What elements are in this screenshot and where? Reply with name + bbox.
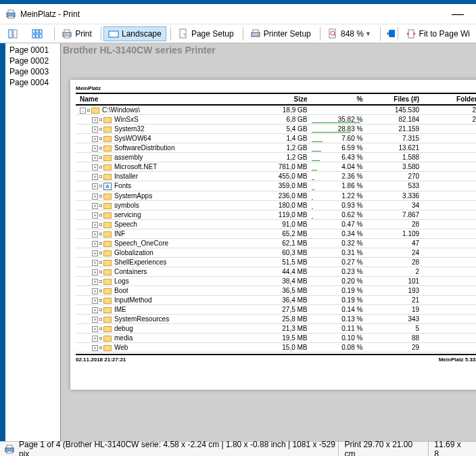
view-multi-button[interactable] — [27, 26, 50, 41]
zoom-dropdown[interactable]: 848 %▼ — [323, 26, 376, 41]
table-row: -C:\Windows\18,9 GB145.530283080 — [76, 105, 476, 115]
printer-icon — [4, 444, 15, 455]
svg-rect-1 — [8, 10, 14, 13]
page-paper: MeinPlatz NameSize%Files (#)Folders (#)N… — [70, 80, 476, 390]
page-list[interactable]: Page 0001 Page 0002 Page 0003 Page 0004 — [5, 43, 61, 442]
table-row: +Speech_OneCore62,1 MB0.32 %47714 — [76, 238, 476, 248]
table-row: +Boot36,5 MB0.19 %1938719 — [76, 286, 476, 295]
svg-rect-21 — [408, 30, 414, 38]
preview-area[interactable]: Brother HL-3140CW series Printer MeinPla… — [61, 43, 476, 442]
svg-rect-15 — [180, 29, 186, 38]
page-item[interactable]: Page 0004 — [5, 77, 60, 88]
svg-rect-6 — [36, 30, 39, 33]
page-item[interactable]: Page 0001 — [5, 45, 60, 55]
svg-rect-2 — [8, 16, 14, 18]
table-row: +Containers44,4 MB0.23 %2117 — [76, 267, 476, 276]
table-row: +Microsoft.NET781,0 MB4.04 %3.58014556 — [76, 162, 476, 172]
fit-page-button[interactable]: Fit to Page Wi — [401, 26, 475, 41]
svg-rect-7 — [39, 30, 42, 33]
svg-rect-5 — [32, 30, 35, 33]
table-row: +ShellExperiences51,5 MB0.27 %28016 — [76, 257, 476, 267]
printer-setup-button[interactable]: Printer Setup — [245, 26, 316, 41]
table-row: +INF65,2 MB0.34 %1.10910813 — [76, 229, 476, 238]
status-inch-size: 11.69 x 8 — [428, 440, 472, 457]
landscape-button[interactable]: Landscape — [103, 26, 166, 41]
status-bar: Page 1 of 4 (Brother HL-3140CW serie: 4.… — [0, 441, 476, 456]
column-header: Folders (#) — [423, 93, 476, 105]
table-row: +AFonts359,0 MB1.86 %53308 — [76, 181, 476, 191]
app-icon — [5, 9, 16, 20]
table-row: +SoftwareDistribution1,2 GB6.59 %13.6213… — [76, 143, 476, 153]
svg-rect-23 — [7, 445, 12, 448]
table-row: +System325,4 GB28.83 %21.15913672 — [76, 124, 476, 134]
table-row: +assembly1,2 GB6.43 %1.58821015 — [76, 153, 476, 162]
svg-rect-10 — [39, 35, 42, 38]
status-text: Page 1 of 4 (Brother HL-3140CW serie: 4.… — [19, 440, 338, 457]
svg-rect-13 — [64, 36, 70, 38]
page-footer: 02.11.2018 21:27:21 MeinPlatz 5.33 / htt… — [76, 354, 476, 363]
print-button[interactable]: Print — [57, 26, 97, 41]
table-row: +debug21,3 MB0.11 %5123 — [76, 323, 476, 333]
table-row: +servicing119,0 MB0.62 %7.867911 — [76, 210, 476, 219]
table-row: +InputMethod36,4 MB0.19 %21220 — [76, 295, 476, 304]
page-item[interactable]: Page 0002 — [5, 55, 60, 66]
page-brand: MeinPlatz — [76, 85, 476, 91]
table-row: +SysWOW641,4 GB7.60 %7.3154263 — [76, 134, 476, 143]
column-header: % — [312, 93, 367, 105]
page-item[interactable]: Page 0003 — [5, 66, 60, 77]
column-header: Files (#) — [366, 93, 423, 105]
svg-rect-14 — [109, 31, 118, 37]
view-single-button[interactable] — [3, 26, 26, 41]
table-row: +IME27,5 MB0.14 %191221 — [76, 304, 476, 314]
titlebar: MeinPlatz - Print — — [0, 4, 476, 24]
page-setup-button[interactable]: Page Setup — [173, 26, 239, 41]
minimize-button[interactable]: — — [445, 7, 471, 21]
data-table: NameSize%Files (#)Folders (#)Number -C:\… — [76, 93, 476, 352]
table-row: +symbols180,0 MB0.93 %34110 — [76, 200, 476, 210]
svg-rect-4 — [14, 30, 17, 38]
svg-rect-24 — [7, 451, 12, 453]
svg-rect-3 — [9, 30, 12, 38]
table-row: +Speech91,0 MB0.47 %281012 — [76, 219, 476, 229]
column-header: Name — [76, 93, 249, 105]
table-row: +Web15,0 MB0.08 %29825 — [76, 342, 476, 352]
printer-name-label: Brother HL-3140CW series Printer — [63, 45, 216, 55]
svg-rect-17 — [253, 30, 258, 32]
zoom-slider[interactable] — [387, 32, 391, 35]
window-title: MeinPlatz - Print — [20, 9, 80, 19]
toolbar: Print Landscape Page Setup Printer Setup… — [0, 24, 476, 43]
table-row: +media19,5 MB0.10 %88024 — [76, 333, 476, 342]
status-print-size: Print 29.70 x 21.00 cm — [338, 440, 428, 457]
table-row: +Globalization60,3 MB0.31 %24715 — [76, 248, 476, 257]
svg-rect-12 — [64, 30, 70, 32]
svg-rect-8 — [32, 35, 35, 38]
table-row: +Logs38,4 MB0.20 %101718 — [76, 276, 476, 286]
svg-rect-9 — [36, 35, 39, 38]
table-row: +Installer455,0 MB2.36 %270257 — [76, 172, 476, 181]
table-row: +WinSxS6,8 GB35.82 %82.184218111 — [76, 115, 476, 124]
column-header: Size — [249, 93, 311, 105]
table-row: +SystemApps236,0 MB1.22 %3.3364449 — [76, 191, 476, 200]
table-row: +SystemResources25,8 MB0.13 %3437422 — [76, 314, 476, 323]
